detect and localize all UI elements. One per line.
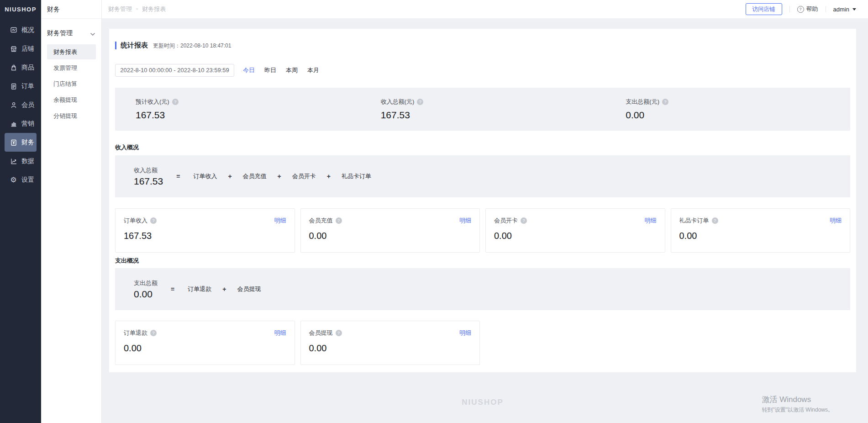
question-icon[interactable]: ?	[336, 217, 342, 224]
sidebar-item-label: 数据	[21, 157, 34, 165]
formula-term: 会员充值	[243, 172, 267, 180]
divider	[789, 6, 790, 12]
app-root: NIUSHOP 概况 店铺 商品	[0, 0, 868, 423]
quick-date-tabs: 今日 昨日 本周 本月	[243, 66, 319, 74]
submenu-item-invoice-management[interactable]: 发票管理	[47, 60, 96, 75]
sidebar-item-data[interactable]: 数据	[5, 152, 37, 170]
detail-link[interactable]: 明细	[645, 217, 657, 225]
sidebar-item-label: 营销	[21, 120, 34, 128]
plus-sign: +	[222, 286, 226, 293]
data-icon	[10, 157, 17, 165]
topbar: 财务管理 - 财务报表 访问店铺 ? 帮助 admin	[102, 0, 868, 19]
card-label: 礼品卡订单	[679, 217, 709, 225]
sidebar-item-label: 概况	[21, 26, 34, 34]
expense-cards-row: 订单退款 ? 明细 0.00 会员提现 ? 明细 0.00	[115, 321, 850, 365]
visit-shop-button[interactable]: 访问店铺	[746, 3, 782, 15]
tab-yesterday[interactable]: 昨日	[264, 66, 276, 74]
secondary-sidebar: 财务 财务管理 财务报表 发票管理 门店结算 余额提现 分销提现	[41, 0, 102, 423]
updated-value: 2022-08-10 18:47:01	[180, 42, 231, 49]
income-heading: 收入概况	[115, 143, 850, 152]
summary-expected-income: 预计收入(元) ? 167.53	[115, 98, 360, 121]
question-icon[interactable]: ?	[336, 330, 342, 336]
module-title: 财务	[41, 0, 101, 19]
tab-today[interactable]: 今日	[243, 66, 255, 74]
summary-value: 167.53	[136, 110, 360, 121]
caret-down-icon	[852, 8, 856, 11]
tab-this-week[interactable]: 本周	[286, 66, 298, 74]
overview-icon	[10, 26, 17, 34]
question-icon[interactable]: ?	[521, 217, 527, 224]
stat-card-member-card: 会员开卡 ? 明细 0.00	[485, 208, 665, 253]
updated-label: 更新时间：	[153, 42, 180, 49]
question-icon[interactable]: ?	[662, 99, 668, 105]
card-value: 0.00	[124, 343, 286, 354]
detail-link[interactable]: 明细	[830, 217, 842, 225]
card-value: 0.00	[309, 343, 472, 354]
expense-total: 支出总额 0.00	[134, 279, 158, 300]
breadcrumb-current: 财务报表	[142, 5, 166, 13]
brand-logo[interactable]: NIUSHOP	[0, 0, 41, 19]
question-icon[interactable]: ?	[712, 217, 718, 224]
stat-card-gift-card-order: 礼品卡订单 ? 明细 0.00	[671, 208, 851, 253]
report-title: 统计报表	[121, 41, 148, 50]
help-label: 帮助	[806, 5, 818, 13]
summary-label: 预计收入(元)	[136, 98, 169, 106]
goods-icon	[10, 63, 17, 71]
plus-sign: +	[228, 173, 231, 180]
submenu-group-label: 财务管理	[47, 29, 73, 37]
equals-sign: =	[171, 286, 174, 293]
date-range-input[interactable]: 2022-8-10 00:00:00 - 2022-8-10 23:59:59	[115, 64, 234, 77]
formula-total-label: 收入总额	[134, 166, 163, 174]
order-icon	[10, 82, 17, 90]
finance-icon	[10, 138, 17, 146]
chevron-down-icon	[90, 30, 95, 37]
expense-formula-band: 支出总额 0.00 = 订单退款 + 会员提现	[115, 268, 850, 310]
sidebar-item-marketing[interactable]: 营销	[5, 114, 37, 133]
title-accent-bar	[115, 42, 116, 49]
submenu-group-finance-management[interactable]: 财务管理	[41, 23, 101, 43]
main-column: 财务管理 - 财务报表 访问店铺 ? 帮助 admin	[102, 0, 868, 423]
detail-link[interactable]: 明细	[274, 329, 286, 337]
card-label: 会员充值	[309, 217, 333, 225]
help-button[interactable]: ? 帮助	[797, 5, 818, 13]
breadcrumb-separator: -	[136, 5, 138, 13]
submenu-item-financial-report[interactable]: 财务报表	[47, 44, 96, 59]
sidebar-item-label: 订单	[21, 82, 34, 90]
sidebar-item-shop[interactable]: 店铺	[5, 39, 37, 58]
detail-link[interactable]: 明细	[459, 329, 471, 337]
submenu-item-store-settlement[interactable]: 门店结算	[47, 76, 96, 91]
summary-band: 预计收入(元) ? 167.53 收入总额(元) ? 167.53	[115, 88, 850, 131]
detail-link[interactable]: 明细	[459, 217, 471, 225]
question-icon[interactable]: ?	[417, 99, 423, 105]
report-panel: 统计报表 更新时间：2022-08-10 18:47:01 2022-8-10 …	[109, 29, 856, 372]
windows-activation-notice: 激活 Windows 转到"设置"以激活 Windows。	[762, 394, 833, 414]
footer-watermark: NIUSHOP	[462, 398, 503, 407]
user-menu[interactable]: admin	[833, 6, 856, 13]
sidebar-item-settings[interactable]: ⚙ 设置	[5, 170, 37, 189]
tab-this-month[interactable]: 本月	[307, 66, 319, 74]
sidebar-item-label: 店铺	[21, 45, 34, 53]
formula-term: 会员提现	[237, 285, 261, 293]
sidebar-item-orders[interactable]: 订单	[5, 77, 37, 95]
sidebar-item-finance[interactable]: 财务	[5, 133, 37, 152]
question-icon[interactable]: ?	[172, 99, 179, 105]
card-label: 会员开卡	[494, 217, 518, 225]
question-icon[interactable]: ?	[150, 217, 157, 224]
gear-icon: ⚙	[10, 176, 17, 184]
summary-value: 0.00	[626, 110, 850, 121]
sidebar-item-overview[interactable]: 概况	[5, 21, 37, 39]
question-icon[interactable]: ?	[150, 330, 157, 336]
breadcrumb-parent: 财务管理	[108, 5, 132, 13]
formula-term: 礼品卡订单	[342, 172, 371, 180]
sidebar-item-members[interactable]: 会员	[5, 95, 37, 114]
submenu-item-distribution-withdrawal[interactable]: 分销提现	[47, 108, 96, 123]
filter-row: 2022-8-10 00:00:00 - 2022-8-10 23:59:59 …	[115, 64, 850, 77]
sidebar-item-label: 会员	[21, 101, 34, 109]
sidebar-item-goods[interactable]: 商品	[5, 58, 37, 77]
submenu-item-balance-withdrawal[interactable]: 余额提现	[47, 92, 96, 107]
detail-link[interactable]: 明细	[274, 217, 286, 225]
expense-heading: 支出概况	[115, 257, 850, 265]
updated-time: 更新时间：2022-08-10 18:47:01	[153, 41, 231, 50]
plus-sign: +	[278, 173, 281, 180]
income-total: 收入总额 167.53	[134, 166, 163, 187]
